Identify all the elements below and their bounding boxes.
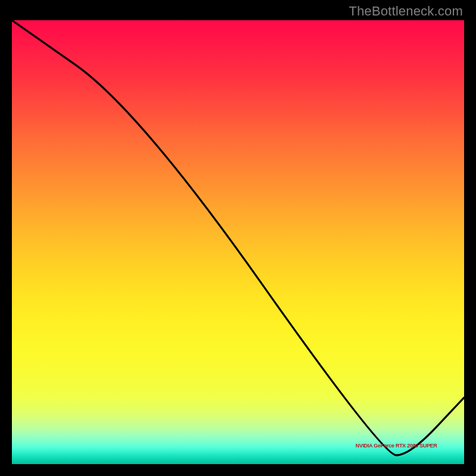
line-chart-svg bbox=[12, 20, 464, 464]
attribution-watermark: TheBottleneck.com bbox=[349, 4, 463, 19]
gpu-annotation-label: NVIDIA GeForce RTX 2080 SUPER bbox=[355, 443, 437, 449]
bottleneck-curve-path bbox=[12, 20, 464, 455]
plot-area: NVIDIA GeForce RTX 2080 SUPER bbox=[12, 20, 464, 464]
chart-stage: TheBottleneck.com NVIDIA GeForce RTX 208… bbox=[0, 0, 476, 476]
